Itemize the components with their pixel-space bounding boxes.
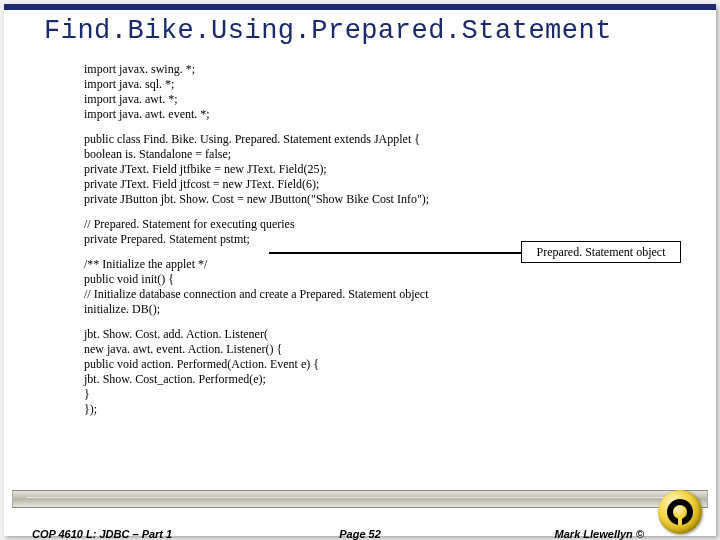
code-line: } bbox=[84, 387, 656, 402]
callout-connector bbox=[269, 252, 521, 254]
code-line: public class Find. Bike. Using. Prepared… bbox=[84, 132, 656, 147]
code-content: import javax. swing. *; import java. sql… bbox=[84, 62, 656, 417]
callout-text: Prepared. Statement object bbox=[537, 245, 666, 260]
code-line: // Initialize database connection and cr… bbox=[84, 287, 656, 302]
code-line: private JText. Field jtfcost = new JText… bbox=[84, 177, 656, 192]
code-line: jbt. Show. Cost_action. Performed(e); bbox=[84, 372, 656, 387]
slide: Find.Bike.Using.Prepared.Statement impor… bbox=[4, 4, 716, 536]
code-line: private JText. Field jtfbike = new JText… bbox=[84, 162, 656, 177]
callout-box: Prepared. Statement object bbox=[521, 241, 681, 263]
code-line: public void action. Performed(Action. Ev… bbox=[84, 357, 656, 372]
code-line: import java. awt. *; bbox=[84, 92, 656, 107]
code-line: import javax. swing. *; bbox=[84, 62, 656, 77]
code-line: }); bbox=[84, 402, 656, 417]
code-line: // Prepared. Statement for executing que… bbox=[84, 217, 656, 232]
code-line: new java. awt. event. Action. Listener()… bbox=[84, 342, 656, 357]
code-line: public void init() { bbox=[84, 272, 656, 287]
ucf-logo bbox=[658, 490, 702, 534]
footer-author: Mark Llewellyn © bbox=[555, 528, 644, 540]
top-accent-bar bbox=[4, 4, 716, 10]
code-line: initialize. DB(); bbox=[84, 302, 656, 317]
code-line: private JButton jbt. Show. Cost = new JB… bbox=[84, 192, 656, 207]
code-line: boolean is. Standalone = false; bbox=[84, 147, 656, 162]
code-line: import java. awt. event. *; bbox=[84, 107, 656, 122]
code-line: import java. sql. *; bbox=[84, 77, 656, 92]
code-line: jbt. Show. Cost. add. Action. Listener( bbox=[84, 327, 656, 342]
footer-bar bbox=[12, 490, 708, 508]
slide-title: Find.Bike.Using.Prepared.Statement bbox=[44, 16, 612, 46]
